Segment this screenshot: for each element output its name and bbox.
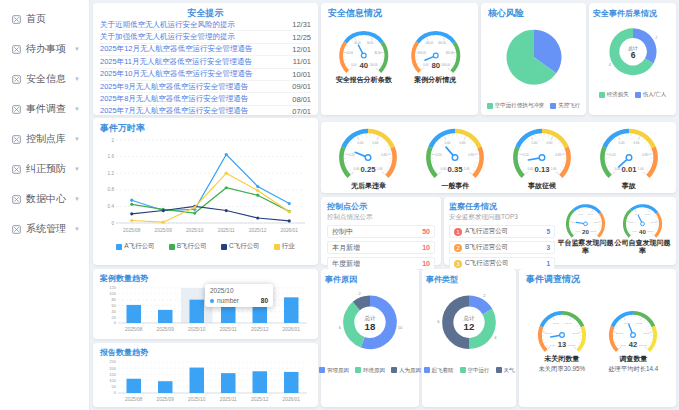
legend-item[interactable]: 伤人/亡人 [635, 91, 667, 98]
control-point-row: 本月新增10 [327, 241, 435, 254]
gauge-svg: 0.0020.0040.0060.0080.00100.0040 [328, 27, 400, 81]
sidebar-item-6[interactable]: 纠正预防▼ [0, 154, 89, 184]
svg-text:60: 60 [112, 303, 117, 308]
legend-item[interactable]: 环境原因 [355, 367, 385, 374]
control-point-row: 控制中50 [327, 225, 435, 238]
svg-text:0: 0 [114, 390, 117, 395]
svg-text:18: 18 [365, 321, 376, 332]
chevron-down-icon: ▼ [74, 46, 80, 52]
svg-text:20: 20 [582, 228, 589, 235]
svg-text:6: 6 [630, 50, 635, 60]
top3-value: 5 [546, 228, 550, 235]
gauge-svg: 0.0020.0040.0060.0080.00100.0020 [557, 201, 614, 244]
legend-swatch [460, 367, 466, 373]
gauge-label: 无后果违章 [326, 182, 410, 190]
svg-text:4: 4 [494, 335, 497, 340]
announcement-date: 07/01 [292, 107, 311, 116]
svg-text:2025/10: 2025/10 [186, 228, 204, 233]
list-item: 2025年12月无人航空器低空运行安全管理通告12/01 [100, 44, 311, 56]
svg-text:13: 13 [558, 340, 566, 349]
announcement-link[interactable]: 2025年9月无人航空器低空运行安全管理通告 [100, 82, 248, 92]
donut-svg: 246总计12 [428, 285, 510, 363]
chevron-down-icon: ▼ [74, 76, 80, 82]
card-supervision: 监察任务情况 安全监察发现问题TOP3 1A飞行运营公司52B飞行运营公司33C… [444, 197, 676, 265]
svg-text:20.00: 20.00 [347, 51, 354, 55]
svg-text:2025/10: 2025/10 [188, 327, 206, 332]
legend-item[interactable]: 管理原因 [319, 367, 349, 374]
svg-text:0.80: 0.80 [382, 153, 388, 157]
svg-text:40.00: 40.00 [354, 41, 361, 45]
menu-icon [12, 15, 21, 24]
legend-item[interactable]: 空中运行 [460, 367, 490, 374]
card-title-consequence: 安全事件后果情况 [593, 8, 672, 19]
list-item: 2025年10月无人航空器低空运行安全管理通告10/01 [100, 69, 311, 81]
legend-item[interactable]: 人为原因 [391, 367, 421, 374]
announcement-link[interactable]: 2025年8月无人航空器低空运行安全管理通告 [100, 94, 248, 104]
svg-text:2: 2 [358, 291, 361, 296]
announcement-list: 关于近期低空无人机运行安全风险的提示12/31关于加强低空无人机运行安全管理的提… [100, 19, 311, 117]
svg-text:2026/01: 2026/01 [283, 327, 301, 332]
line-chart-event-rate: 00.40.81.21.622025/082025/092025/102025/… [100, 134, 311, 251]
sidebar-item-3[interactable]: 安全信息▼ [0, 64, 89, 94]
sidebar-item-5[interactable]: 控制点库▼ [0, 124, 89, 154]
svg-text:80.00: 80.00 [651, 221, 657, 223]
control-point-value: 10 [422, 244, 430, 251]
svg-text:2025/12: 2025/12 [249, 228, 267, 233]
sidebar-item-8[interactable]: 系统管理▼ [0, 214, 89, 244]
svg-text:60.00: 60.00 [636, 322, 643, 325]
sidebar: 首页待办事项▼安全信息▼事件调查▼控制点库▼纠正预防▼数据中心▼系统管理▼ [0, 0, 90, 410]
sidebar-item-1[interactable]: 首页 [0, 4, 89, 34]
card-title-case-trend: 案例数量趋势 [100, 273, 311, 284]
legend-item[interactable]: 失控飞行 [550, 102, 580, 109]
svg-text:2025/08: 2025/08 [125, 397, 143, 402]
svg-text:0.25: 0.25 [361, 165, 377, 174]
list-item: 2025年9月无人航空器低空运行安全管理通告09/01 [100, 81, 311, 93]
chart-legend: 管理原因环境原因人为原因 [325, 367, 415, 374]
control-point-value: 10 [422, 260, 430, 267]
svg-text:20.00: 20.00 [545, 332, 552, 335]
gauge-svg: 0.000.200.400.600.801.000.25 [326, 124, 410, 187]
card-investigation: 事件调查情况 0.0020.0040.0060.0080.00100.0013未… [519, 269, 676, 407]
menu-icon [12, 45, 21, 54]
legend-item[interactable]: A飞行公司 [116, 242, 154, 251]
svg-text:2025/09: 2025/09 [155, 228, 173, 233]
sidebar-item-2[interactable]: 待办事项▼ [0, 34, 89, 64]
card-event-cause: 事件原因 1062总计18管理原因环境原因人为原因 [321, 269, 419, 407]
tooltip-series-name: number [217, 297, 239, 304]
gauge-svg: 0.000.200.400.600.801.000.35 [413, 124, 497, 187]
announcement-link[interactable]: 关于近期低空无人机运行安全风险的提示 [100, 20, 235, 30]
gauge-label: 一般事件 [413, 182, 497, 190]
sidebar-item-4[interactable]: 事件调查▼ [0, 94, 89, 124]
announcement-link[interactable]: 2025年7月无人航空器低空运行安全管理通告 [100, 106, 248, 116]
tooltip-series-dot [210, 299, 214, 303]
legend-item[interactable]: C飞行公司 [221, 242, 260, 251]
legend-item[interactable]: 空中运行侵扰与冲突 [487, 102, 545, 109]
legend-item[interactable]: B飞行公司 [169, 242, 207, 251]
legend-swatch [487, 103, 493, 109]
svg-text:0.60: 0.60 [373, 141, 379, 145]
legend-item[interactable]: 起飞着陆 [424, 367, 454, 374]
svg-text:2025/11: 2025/11 [220, 397, 237, 402]
legend-item[interactable]: 行业 [274, 242, 295, 251]
svg-text:0.00: 0.00 [614, 167, 620, 171]
svg-text:20.00: 20.00 [617, 332, 624, 335]
announcement-link[interactable]: 2025年11月无人航空器低空运行安全管理通告 [100, 57, 252, 67]
control-points-rows: 控制中50本月新增10年度新增10 [327, 225, 435, 270]
svg-text:0.00: 0.00 [621, 344, 626, 347]
legend-item[interactable]: 经济损失 [599, 91, 629, 98]
announcement-link[interactable]: 关于加强低空无人机运行安全管理的提示 [100, 32, 235, 42]
announcement-link[interactable]: 2025年12月无人航空器低空运行安全管理通告 [100, 44, 253, 54]
announcement-date: 12/31 [292, 20, 311, 29]
legend-item[interactable]: 天气 [496, 367, 515, 374]
gauge-svg: 0.0020.0040.0060.0080.00100.0042 [598, 307, 668, 360]
top3-label: B飞行运营公司 [465, 243, 508, 252]
sidebar-item-label: 系统管理 [26, 222, 74, 236]
sidebar-item-7[interactable]: 数据中心▼ [0, 184, 89, 214]
svg-text:100: 100 [109, 291, 116, 296]
gauge-unclosed-count: 0.0020.0040.0060.0080.00100.0013未关闭数量未关闭… [527, 307, 597, 374]
announcement-link[interactable]: 2025年10月无人航空器低空运行安全管理通告 [100, 69, 253, 79]
control-point-label: 本月新增 [332, 243, 360, 253]
card-control-points: 控制点公示 控制点情况公示 控制中50本月新增10年度新增10 [321, 197, 441, 265]
svg-text:0.40: 0.40 [445, 141, 451, 145]
control-point-value: 50 [422, 228, 430, 235]
